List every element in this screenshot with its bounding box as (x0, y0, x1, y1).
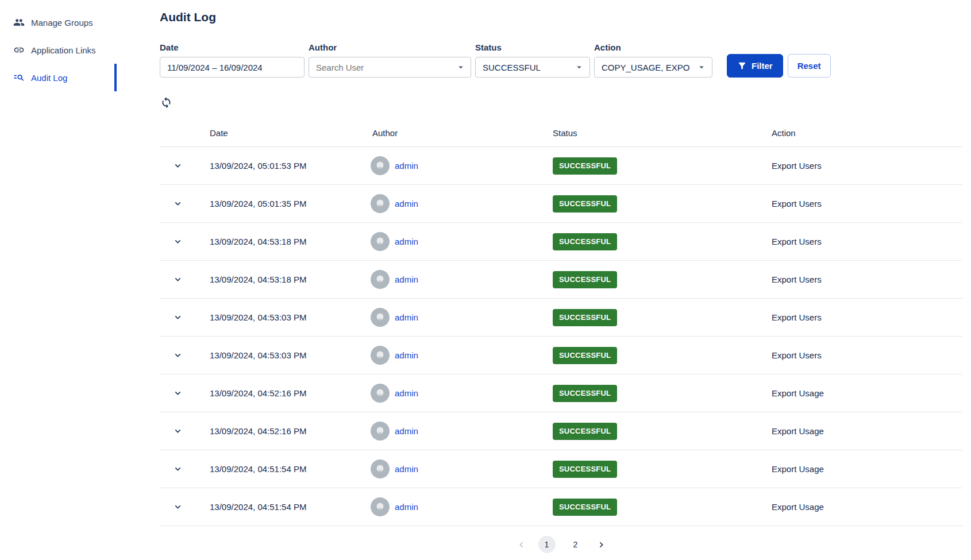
user-avatar-icon (371, 459, 390, 478)
row-status: SUCCESSFUL (553, 271, 772, 288)
author-link[interactable]: admin (395, 237, 418, 246)
status-badge: SUCCESSFUL (553, 423, 617, 440)
chevron-down-icon (172, 350, 183, 361)
row-action: Export Usage (772, 388, 962, 398)
sidebar: Manage Groups Application Links Audit Lo… (0, 0, 117, 560)
status-select[interactable]: SUCCESSFUL (475, 57, 590, 78)
status-badge: SUCCESSFUL (553, 347, 617, 364)
expand-row-button[interactable] (171, 500, 184, 513)
sidebar-item-application-links[interactable]: Application Links (0, 36, 117, 64)
author-link[interactable]: admin (395, 312, 418, 322)
row-status: SUCCESSFUL (553, 309, 772, 326)
page-button-1[interactable]: 1 (538, 536, 556, 553)
row-action: Export Users (772, 350, 962, 360)
status-badge: SUCCESSFUL (553, 385, 617, 402)
people-icon (13, 17, 25, 28)
reset-button[interactable]: Reset (788, 54, 831, 78)
chevron-down-icon (172, 464, 183, 474)
sidebar-item-manage-groups[interactable]: Manage Groups (0, 9, 117, 36)
user-avatar-icon (371, 270, 390, 289)
row-date: 13/09/2024, 04:51:54 PM (195, 464, 368, 474)
row-action: Export Users (772, 312, 962, 322)
user-avatar-icon (371, 232, 390, 251)
chevron-right-icon (596, 539, 607, 550)
previous-page-button[interactable] (516, 539, 527, 550)
author-link[interactable]: admin (395, 426, 418, 436)
pagination: 1 2 (160, 536, 962, 553)
refresh-sync-icon (160, 96, 172, 109)
row-date: 13/09/2024, 04:52:16 PM (195, 426, 368, 436)
author-link[interactable]: admin (395, 502, 418, 512)
filter-bar: Date Author Status SUCCESSFUL Action COP… (160, 43, 962, 78)
author-link[interactable]: admin (395, 161, 418, 171)
expand-row-button[interactable] (171, 235, 184, 248)
author-search-input[interactable] (309, 57, 471, 78)
audit-log-table: 13/09/2024, 05:01:53 PM admin SUCCESSFUL… (160, 146, 962, 526)
table-row: 13/09/2024, 04:51:54 PM admin SUCCESSFUL… (160, 488, 962, 526)
author-link[interactable]: admin (395, 464, 418, 474)
row-status: SUCCESSFUL (553, 233, 772, 250)
row-status: SUCCESSFUL (553, 499, 772, 516)
expand-row-button[interactable] (171, 197, 184, 210)
row-status: SUCCESSFUL (553, 461, 772, 478)
user-avatar-icon (371, 194, 390, 213)
expand-row-button[interactable] (171, 462, 184, 476)
sidebar-item-label: Manage Groups (31, 18, 93, 28)
chevron-left-icon (516, 539, 527, 550)
author-link[interactable]: admin (395, 350, 418, 360)
action-filter-field: Action COPY_USAGE, EXPO (594, 43, 712, 78)
row-date: 13/09/2024, 05:01:35 PM (195, 199, 368, 208)
row-action: Export Users (772, 161, 962, 171)
table-row: 13/09/2024, 04:52:16 PM admin SUCCESSFUL… (160, 412, 962, 450)
row-action: Export Usage (772, 502, 962, 512)
chevron-down-icon (172, 198, 183, 209)
status-select-value: SUCCESSFUL (483, 63, 541, 72)
row-date: 13/09/2024, 04:51:54 PM (195, 502, 368, 512)
main-content: Audit Log Date Author Status SUCCESSFUL … (160, 0, 962, 553)
column-header-status: Status (553, 128, 772, 138)
status-badge: SUCCESSFUL (553, 157, 617, 175)
row-action: Export Users (772, 237, 962, 246)
expand-row-button[interactable] (171, 424, 184, 438)
chevron-down-icon (172, 236, 183, 247)
expand-row-button[interactable] (171, 159, 184, 172)
sidebar-item-label: Audit Log (31, 73, 67, 83)
page-button-2[interactable]: 2 (567, 536, 584, 553)
expand-row-button[interactable] (171, 273, 184, 286)
row-author: admin (368, 459, 553, 478)
row-author: admin (368, 232, 553, 251)
filter-button[interactable]: Filter (727, 54, 783, 78)
action-filter-label: Action (594, 43, 712, 52)
next-page-button[interactable] (596, 539, 607, 550)
user-avatar-icon (371, 497, 390, 516)
row-date: 13/09/2024, 04:52:16 PM (195, 388, 368, 398)
row-status: SUCCESSFUL (553, 385, 772, 402)
expand-row-button[interactable] (171, 311, 184, 324)
author-link[interactable]: admin (395, 275, 418, 284)
status-badge: SUCCESSFUL (553, 499, 617, 516)
chevron-down-icon (172, 388, 183, 399)
column-header-date: Date (195, 128, 368, 138)
row-author: admin (368, 497, 553, 516)
author-link[interactable]: admin (395, 199, 418, 208)
status-badge: SUCCESSFUL (553, 195, 617, 213)
author-filter-field: Author (309, 43, 471, 78)
date-filter-field: Date (160, 43, 305, 78)
column-header-action: Action (772, 128, 962, 138)
author-link[interactable]: admin (395, 388, 418, 398)
row-action: Export Users (772, 199, 962, 208)
sidebar-item-audit-log[interactable]: Audit Log (0, 64, 117, 91)
refresh-button[interactable] (160, 96, 172, 109)
status-badge: SUCCESSFUL (553, 233, 617, 250)
row-author: admin (368, 346, 553, 365)
chevron-down-icon (696, 62, 707, 72)
filter-button-label: Filter (752, 61, 773, 71)
expand-row-button[interactable] (171, 387, 184, 400)
table-row: 13/09/2024, 05:01:35 PM admin SUCCESSFUL… (160, 184, 962, 222)
chevron-down-icon (172, 312, 183, 323)
chevron-down-icon (172, 426, 183, 437)
expand-row-button[interactable] (171, 349, 184, 362)
date-range-input[interactable] (160, 57, 305, 78)
action-select[interactable]: COPY_USAGE, EXPO (594, 57, 712, 78)
table-row: 13/09/2024, 04:53:03 PM admin SUCCESSFUL… (160, 336, 962, 374)
